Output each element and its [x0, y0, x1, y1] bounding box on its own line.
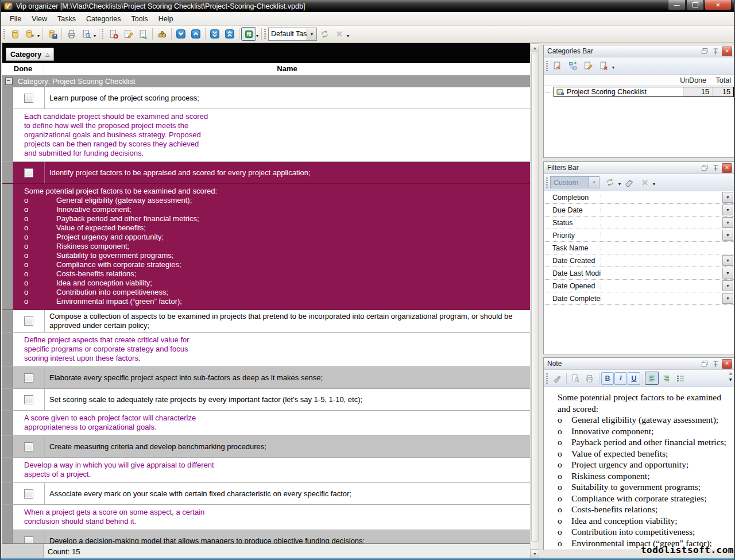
- move-down-icon[interactable]: [173, 27, 188, 41]
- filter-dropdown-icon[interactable]: ▼: [722, 280, 733, 291]
- edit-task-icon[interactable]: [121, 27, 136, 41]
- filter-preset-dropdown[interactable]: ▼: [589, 176, 599, 188]
- menu-tools[interactable]: Tools: [126, 13, 153, 25]
- column-header-name[interactable]: Name: [44, 63, 530, 75]
- new-database-icon[interactable]: [7, 27, 22, 41]
- task-checkbox[interactable]: [24, 489, 33, 499]
- panel-pin-icon[interactable]: [711, 47, 720, 56]
- find-icon[interactable]: [154, 27, 169, 41]
- delete-task-icon[interactable]: [136, 27, 150, 41]
- note-content[interactable]: Some potential project factors to be exa…: [544, 387, 734, 549]
- task-row[interactable]: Develop a decision-making model that all…: [2, 530, 530, 543]
- scroll-down-icon[interactable]: ▼: [531, 549, 539, 558]
- save-database-icon[interactable]: [45, 27, 60, 41]
- note-print-preview-icon[interactable]: [568, 372, 582, 385]
- scroll-up-icon[interactable]: ▲: [531, 43, 539, 52]
- panel-close-icon[interactable]: ✕: [722, 163, 732, 173]
- delete-icon[interactable]: [332, 27, 347, 41]
- filter-dropdown-icon[interactable]: ▼: [722, 204, 733, 215]
- panel-pin-icon[interactable]: [711, 164, 720, 172]
- note-print-icon[interactable]: [583, 372, 597, 385]
- restore-button[interactable]: [686, 0, 704, 10]
- notes-view-caret[interactable]: ▾: [256, 33, 258, 38]
- task-checkbox[interactable]: [24, 94, 33, 103]
- panel-pin-icon[interactable]: [711, 360, 720, 368]
- task-checkbox[interactable]: [24, 316, 33, 326]
- open-database-icon[interactable]: [22, 27, 37, 41]
- edit-category-icon[interactable]: [581, 59, 595, 72]
- categories-toolbar-caret[interactable]: ▾: [612, 65, 614, 70]
- toolbar-grip3[interactable]: [264, 29, 266, 39]
- panel-restore-icon[interactable]: [700, 47, 709, 56]
- apply-filter-icon[interactable]: [603, 176, 617, 189]
- task-row[interactable]: Learn purpose of the project scoring pro…: [2, 87, 530, 109]
- menu-view[interactable]: View: [26, 13, 52, 25]
- close-button[interactable]: ✕: [705, 0, 732, 10]
- task-row[interactable]: Create measuring criteria and develop be…: [2, 436, 530, 458]
- delete-category-icon[interactable]: [597, 59, 611, 72]
- insert-template-icon[interactable]: [317, 27, 332, 41]
- move-up-icon[interactable]: [188, 27, 203, 41]
- italic-icon[interactable]: I: [614, 372, 627, 385]
- filters-toolbar-caret[interactable]: ▾: [653, 181, 655, 187]
- filter-dropdown-icon[interactable]: ▼: [722, 268, 733, 279]
- task-row[interactable]: Compose a collection of aspects to be ex…: [2, 310, 530, 333]
- new-category-icon[interactable]: [550, 59, 564, 72]
- print-preview-caret[interactable]: ▾: [94, 33, 96, 38]
- underline-icon[interactable]: U: [628, 372, 640, 385]
- filters-toolbar-grip[interactable]: [546, 177, 548, 188]
- task-row[interactable]: Set scoring scale to adequately rate pro…: [2, 389, 530, 411]
- minimize-button[interactable]: —: [668, 0, 686, 10]
- column-total[interactable]: Total: [709, 76, 734, 84]
- bold-icon[interactable]: B: [601, 372, 614, 385]
- move-to-top-icon[interactable]: [222, 27, 237, 41]
- toolbar-grip[interactable]: [3, 29, 5, 39]
- notes-view-icon[interactable]: [241, 27, 256, 41]
- panel-restore-icon[interactable]: [700, 360, 709, 368]
- task-row[interactable]: Elaborate every specific project aspect …: [2, 367, 530, 389]
- filter-dropdown-icon[interactable]: ▼: [722, 192, 733, 203]
- menu-tasks[interactable]: Tasks: [52, 13, 81, 25]
- task-checkbox[interactable]: [24, 395, 33, 404]
- filter-dropdown-icon[interactable]: ▼: [722, 255, 733, 266]
- task-checkbox[interactable]: [24, 536, 33, 544]
- toolbar-grip2[interactable]: [102, 29, 103, 39]
- filter-dropdown-icon[interactable]: ▼: [722, 217, 733, 228]
- new-task-icon[interactable]: [106, 27, 121, 41]
- categories-toolbar-grip[interactable]: [546, 61, 548, 71]
- open-database-caret[interactable]: ▾: [37, 33, 40, 38]
- panel-restore-icon[interactable]: [700, 164, 709, 172]
- collapse-icon[interactable]: [5, 78, 13, 85]
- panel-close-icon[interactable]: ✕: [722, 47, 732, 56]
- format-painter-icon[interactable]: [550, 372, 564, 385]
- clear-filter-icon[interactable]: [622, 176, 636, 189]
- task-checkbox[interactable]: [24, 442, 33, 451]
- bullet-list-icon[interactable]: [674, 372, 687, 385]
- align-left-icon[interactable]: [645, 372, 659, 385]
- task-type-combo-dropdown[interactable]: ▼: [307, 28, 316, 40]
- delete-filter-icon[interactable]: [637, 176, 652, 189]
- column-header-done[interactable]: Done: [2, 63, 44, 75]
- apply-filter-caret[interactable]: ▾: [618, 181, 621, 187]
- panel-close-icon[interactable]: ✕: [722, 359, 732, 369]
- delete-caret[interactable]: ▾: [347, 33, 349, 38]
- column-undone[interactable]: UnDone: [678, 76, 709, 84]
- group-row[interactable]: Category: Project Scoring Checklist: [2, 75, 530, 87]
- move-to-bottom-icon[interactable]: [207, 27, 222, 41]
- task-checkbox[interactable]: [24, 373, 33, 383]
- print-preview-icon[interactable]: [79, 27, 94, 41]
- toolbar-overflow-icon[interactable]: »▾: [729, 371, 732, 383]
- main-scrollbar[interactable]: ▲ ▼: [530, 43, 539, 558]
- task-type-combo[interactable]: Default Task ▼: [268, 28, 317, 41]
- filter-preset-combo[interactable]: Custom ▼: [550, 176, 599, 188]
- print-icon[interactable]: [64, 27, 79, 41]
- menu-help[interactable]: Help: [153, 13, 179, 25]
- menu-categories[interactable]: Categories: [81, 13, 126, 25]
- task-row[interactable]: Identify project factors to be appraised…: [2, 162, 530, 184]
- note-toolbar-grip[interactable]: [546, 373, 548, 384]
- new-subcategory-icon[interactable]: [566, 59, 580, 72]
- group-by-category-button[interactable]: Category △: [6, 48, 54, 61]
- task-checkbox[interactable]: [24, 168, 33, 177]
- filter-dropdown-icon[interactable]: ▼: [722, 230, 733, 241]
- filter-dropdown-icon[interactable]: ▼: [722, 293, 733, 304]
